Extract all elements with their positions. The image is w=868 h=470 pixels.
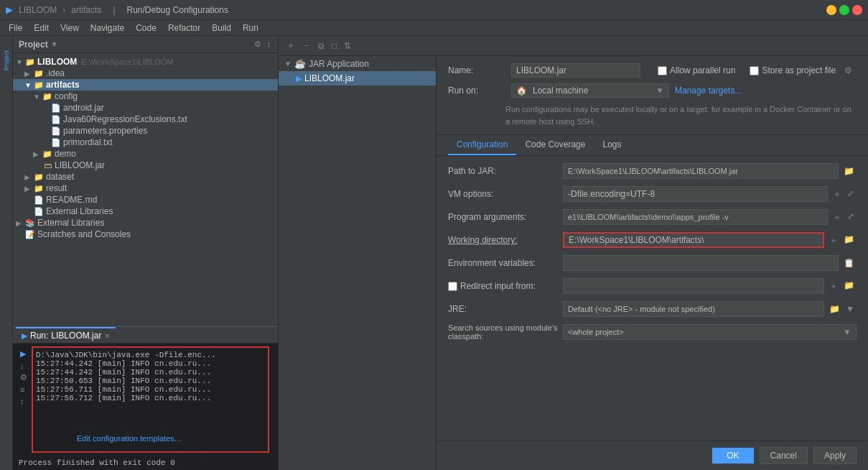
ok-button[interactable]: OK [712, 448, 753, 464]
field-path-to-jar: Path to JAR: 📁 [448, 162, 857, 180]
config-form: Name: Allow parallel run Store as projec… [437, 56, 868, 470]
vm-options-input[interactable] [563, 186, 828, 202]
config-tree-jar-app[interactable]: ▼ ☕ JAR Application [279, 56, 436, 71]
menu-code[interactable]: Code [130, 22, 162, 34]
jre-browse-icon[interactable]: 📁 [827, 303, 842, 315]
tree-item-config[interactable]: ▼ 📁 config [13, 91, 278, 102]
working-dir-input[interactable] [563, 232, 824, 248]
vm-options-label: VM options: [448, 189, 563, 199]
menu-navigate[interactable]: Navigate [85, 22, 130, 34]
copy-config-button[interactable]: ⧉ [316, 40, 327, 52]
run-down-button[interactable]: ↓ [20, 361, 27, 370]
menu-edit[interactable]: Edit [28, 22, 55, 34]
run-play-button[interactable]: ▶ [20, 349, 27, 359]
run-on-selector[interactable]: 🏠 Local machine ▼ [511, 83, 669, 98]
jre-select[interactable]: Default (<no JRE> - module not specified… [563, 301, 824, 317]
project-tree: ▼ 📁 LIBLOOM E:\WorkSpace1\LIBLOOM ▶ 📁 .i… [13, 53, 278, 326]
tree-item-android-jar[interactable]: ▶ 📄 android.jar [13, 102, 278, 114]
tree-item-java60[interactable]: ▶ 📄 Java60RegressionExclusions.txt [13, 114, 278, 125]
run-line-2: 15:27:44.242 [main] INFO cn.edu.ru... [36, 359, 265, 368]
classpath-value: <whole project> [568, 328, 624, 336]
path-to-jar-browse-icon[interactable]: 📁 [841, 165, 857, 177]
program-args-add-icon[interactable]: ＋ [831, 211, 844, 224]
tree-item-demo[interactable]: ▶ 📁 demo [13, 148, 278, 160]
run-on-value: Local machine [533, 86, 588, 96]
maximize-button[interactable] [839, 5, 849, 15]
vm-options-add-icon[interactable]: ＋ [831, 188, 844, 201]
run-line-1: D:\Java\JDK\bin\java.exe -Dfile.enc... [36, 351, 265, 359]
run-tab-name: LIBLOOM.jar [51, 331, 101, 341]
run-line-6: 15:27:56.712 [main] INFO cn.edu.ru... [36, 394, 265, 402]
tree-item-scratches[interactable]: ▶ 📝 Scratches and Consoles [13, 229, 278, 240]
run-step-button[interactable]: ↕ [20, 397, 27, 405]
tree-item-idea[interactable]: ▶ 📁 .idea [13, 68, 278, 79]
tab-code-coverage[interactable]: Code Coverage [516, 135, 594, 155]
field-program-args: Program arguments: ＋ ⤢ [448, 208, 857, 226]
working-dir-browse-icon[interactable]: 📁 [841, 234, 857, 247]
menu-refactor[interactable]: Refactor [162, 22, 206, 34]
redirect-add-icon[interactable]: ＋ [827, 280, 840, 293]
add-config-button[interactable]: ＋ [284, 39, 297, 52]
tree-item-cmd-txt[interactable]: ▶ 📄 External Libraries [13, 206, 278, 217]
config-tree-panel: ▼ ☕ JAR Application ▶ LIBLOOM.jar [279, 56, 437, 470]
program-args-input[interactable] [563, 209, 828, 225]
working-dir-add-icon[interactable]: ＋ [827, 234, 840, 247]
sort-config-button[interactable]: ⇅ [342, 40, 353, 52]
minimize-button[interactable] [826, 5, 836, 15]
field-working-dir: Working directory: ＋ 📁 [448, 231, 857, 249]
run-tab[interactable]: ▶ Run: LIBLOOM.jar ✕ [16, 327, 116, 343]
redirect-input[interactable] [563, 278, 824, 294]
classpath-label: Search sources using module's classpath: [448, 323, 563, 341]
project-panel: Project ▼ ⚙ ↕ ▼ 📁 LIBLOOM E:\WorkSpace1\… [13, 36, 279, 470]
config-tree-libloom-jar[interactable]: ▶ LIBLOOM.jar [279, 71, 436, 86]
jre-label: JRE: [448, 304, 563, 314]
tree-item-artifacts[interactable]: ▼ 📁 artifacts [13, 79, 278, 91]
vm-options-expand-icon[interactable]: ⤢ [845, 188, 857, 201]
tree-item-libloom[interactable]: ▼ 📁 LIBLOOM E:\WorkSpace1\LIBLOOM [13, 56, 278, 68]
redirect-checkbox[interactable] [448, 282, 457, 291]
tree-item-readme[interactable]: ▶ 📄 README.md [13, 194, 278, 206]
menu-file[interactable]: File [3, 22, 28, 34]
cancel-button[interactable]: Cancel [760, 447, 808, 464]
tree-item-parameters[interactable]: ▶ 📄 parameters.properties [13, 125, 278, 137]
tree-item-dataset[interactable]: ▶ 📁 dataset [13, 171, 278, 183]
run-line-4: 15:27:50.653 [main] INFO cn.edu.ru... [36, 377, 265, 385]
run-line-3: 15:27:44.242 [main] INFO cn.edu.ru... [36, 368, 265, 377]
redirect-browse-icon[interactable]: 📁 [841, 280, 857, 293]
menu-run[interactable]: Run [237, 22, 264, 34]
classpath-select[interactable]: <whole project> ▼ [563, 324, 857, 340]
project-title: Project [19, 40, 48, 50]
manage-targets-link[interactable]: Manage targets... [675, 86, 742, 96]
name-input[interactable] [511, 63, 640, 78]
run-align-button[interactable]: ≡ [20, 385, 27, 394]
tree-item-primordial[interactable]: ▶ 📄 primordial.txt [13, 137, 278, 148]
store-project-checkbox[interactable] [750, 66, 759, 75]
menu-build[interactable]: Build [206, 22, 237, 34]
path-to-jar-input[interactable] [563, 163, 839, 179]
tab-logs[interactable]: Logs [594, 135, 630, 155]
run-tab-close[interactable]: ✕ [104, 332, 110, 340]
tree-item-ext-libs[interactable]: ▶ 📚 External Libraries [13, 217, 278, 229]
store-settings-icon[interactable]: ⚙ [844, 65, 852, 75]
edit-config-link[interactable]: Edit configuration templates... [71, 431, 187, 446]
field-env-vars: Environment variables: 📋 [448, 254, 857, 272]
apply-button[interactable]: Apply [813, 447, 857, 464]
run-settings-button[interactable]: ⚙ [20, 373, 27, 382]
tree-item-libloom-jar[interactable]: ▶ 🗃 LIBLOOM.jar [13, 160, 278, 171]
tree-item-result[interactable]: ▶ 📁 result [13, 183, 278, 194]
allow-parallel-checkbox[interactable] [658, 66, 667, 75]
tab-configuration[interactable]: Configuration [448, 135, 516, 155]
env-vars-edit-icon[interactable]: 📋 [841, 257, 857, 269]
project-settings-button[interactable]: ⚙ [253, 39, 263, 50]
menu-view[interactable]: View [55, 22, 85, 34]
jre-arrow-icon[interactable]: ▼ [844, 303, 857, 315]
program-args-label: Program arguments: [448, 212, 563, 222]
sidebar-project-icon[interactable]: Project [0, 39, 13, 82]
run-panel: ▶ Run: LIBLOOM.jar ✕ ▶ ↓ ⚙ ≡ ↕ [13, 326, 278, 470]
program-args-expand-icon[interactable]: ⤢ [845, 211, 857, 224]
move-config-button[interactable]: □ [330, 40, 339, 52]
close-button[interactable] [852, 5, 862, 15]
project-expand-button[interactable]: ↕ [266, 39, 273, 50]
env-vars-input[interactable] [563, 255, 839, 271]
remove-config-button[interactable]: － [300, 39, 313, 52]
